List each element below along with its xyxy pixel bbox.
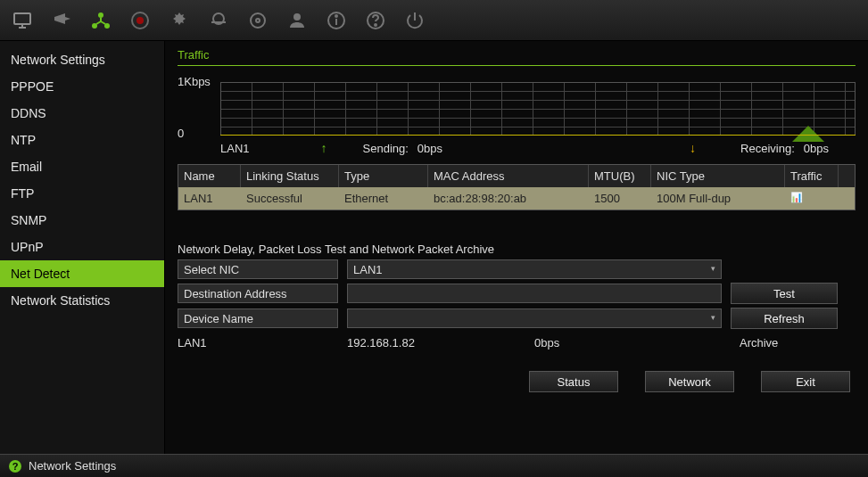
status-context: Network Settings: [29, 459, 116, 473]
svg-point-3: [98, 12, 103, 18]
sidebar-item-snmp[interactable]: SNMP: [0, 207, 164, 234]
sidebar-item-ntp[interactable]: NTP: [0, 127, 164, 153]
cell-status: Successful: [241, 187, 339, 210]
col-nic-type: NIC Type: [651, 165, 785, 187]
nic-table: Name Linking Status Type MAC Address MTU…: [178, 164, 856, 210]
chart-legend: LAN1 ↑ Sending: 0bps ↓ Receiving: 0bps: [220, 141, 856, 155]
dest-label: Destination Address: [178, 284, 338, 303]
sidebar-item-pppoe[interactable]: PPPOE: [0, 73, 164, 100]
status-button[interactable]: Status: [529, 371, 618, 392]
arrow-down-icon: ↓: [690, 141, 696, 155]
sidebar-item-upnp[interactable]: UPnP: [0, 234, 164, 260]
col-mac: MAC Address: [428, 165, 589, 187]
sidebar-item-email[interactable]: Email: [0, 153, 164, 180]
status-bar: ? Network Settings: [0, 454, 868, 477]
nic-select[interactable]: LAN1 ▾: [347, 259, 722, 279]
sidebar-item-ddns[interactable]: DDNS: [0, 100, 164, 127]
user-icon[interactable]: [284, 7, 310, 34]
storage-icon[interactable]: [244, 7, 271, 34]
table-header: Name Linking Status Type MAC Address MTU…: [178, 165, 855, 187]
svg-point-17: [375, 24, 376, 26]
nic-select-value: LAN1: [353, 263, 383, 276]
record-icon[interactable]: [127, 7, 153, 34]
content-panel: Traffic 1Kbps 0 LAN1 ↑ Sending: 0bps ↓ R…: [165, 41, 868, 454]
cell-name: LAN1: [178, 187, 241, 210]
search-icon[interactable]: [205, 7, 232, 34]
info-ip: 192.168.1.82: [347, 336, 525, 350]
sidebar-item-ftp[interactable]: FTP: [0, 180, 164, 207]
refresh-button[interactable]: Refresh: [731, 308, 838, 329]
bottom-button-bar: Status Network Exit: [178, 371, 850, 392]
svg-point-7: [136, 17, 144, 24]
receiving-value: 0bps: [804, 142, 829, 155]
section-title: Network Delay, Packet Loss Test and Netw…: [178, 243, 856, 256]
cell-type: Ethernet: [339, 187, 428, 210]
info-icon[interactable]: [323, 7, 350, 34]
monitor-icon[interactable]: [9, 7, 36, 34]
alarm-icon[interactable]: [166, 7, 193, 34]
sidebar-item-network-statistics[interactable]: Network Statistics: [0, 287, 164, 314]
sending-label: Sending:: [363, 142, 409, 155]
svg-point-10: [251, 13, 265, 28]
svg-rect-0: [14, 13, 30, 24]
svg-point-11: [256, 19, 260, 22]
dest-input[interactable]: [347, 284, 722, 303]
baseline-icon: [220, 135, 856, 136]
top-toolbar: [0, 0, 868, 41]
y-axis-bottom: 0: [178, 127, 184, 140]
tab-traffic[interactable]: Traffic: [178, 46, 856, 66]
nic-label: Select NIC: [178, 259, 338, 279]
sending-value: 0bps: [417, 142, 442, 155]
cell-mtu: 1500: [589, 187, 651, 210]
test-button[interactable]: Test: [731, 283, 838, 304]
chart-grid: [220, 82, 856, 136]
svg-point-15: [335, 15, 337, 17]
network-icon[interactable]: [87, 7, 114, 34]
traffic-chart: 1Kbps 0 LAN1 ↑ Sending: 0bps ↓ Receiving…: [178, 73, 856, 153]
chart-interface-label: LAN1: [220, 142, 250, 155]
help-status-icon[interactable]: ?: [9, 460, 21, 473]
cell-mac: bc:ad:28:98:20:ab: [428, 187, 589, 210]
info-rate: 0bps: [534, 336, 731, 350]
network-button[interactable]: Network: [645, 371, 734, 392]
svg-point-12: [293, 13, 301, 21]
sidebar: Network Settings PPPOE DDNS NTP Email FT…: [0, 41, 165, 454]
chevron-down-icon: ▾: [711, 264, 715, 273]
col-mtu: MTU(B): [589, 165, 651, 187]
device-select[interactable]: ▾: [347, 308, 722, 328]
receiving-peak-icon: [792, 126, 824, 142]
sidebar-item-net-detect[interactable]: Net Detect: [0, 260, 164, 287]
camera-icon[interactable]: [48, 7, 75, 34]
col-type: Type: [339, 165, 428, 187]
col-name: Name: [178, 165, 241, 187]
chevron-down-icon: ▾: [711, 313, 715, 322]
power-icon[interactable]: [401, 7, 428, 34]
y-axis-top: 1Kbps: [178, 75, 211, 88]
device-label: Device Name: [178, 308, 338, 328]
receiving-label: Receiving:: [740, 142, 795, 155]
info-nic: LAN1: [178, 336, 338, 350]
cell-nic: 100M Full-dup: [651, 187, 785, 210]
arrow-up-icon: ↑: [321, 141, 327, 155]
archive-button[interactable]: Archive: [740, 336, 847, 350]
traffic-indicator-icon[interactable]: 📊: [785, 187, 839, 210]
col-linking-status: Linking Status: [241, 165, 339, 187]
help-icon[interactable]: [362, 7, 389, 34]
table-row[interactable]: LAN1 Successful Ethernet bc:ad:28:98:20:…: [178, 187, 855, 210]
sidebar-item-network-settings[interactable]: Network Settings: [0, 46, 164, 73]
exit-button[interactable]: Exit: [761, 371, 850, 392]
col-traffic: Traffic: [785, 165, 839, 187]
